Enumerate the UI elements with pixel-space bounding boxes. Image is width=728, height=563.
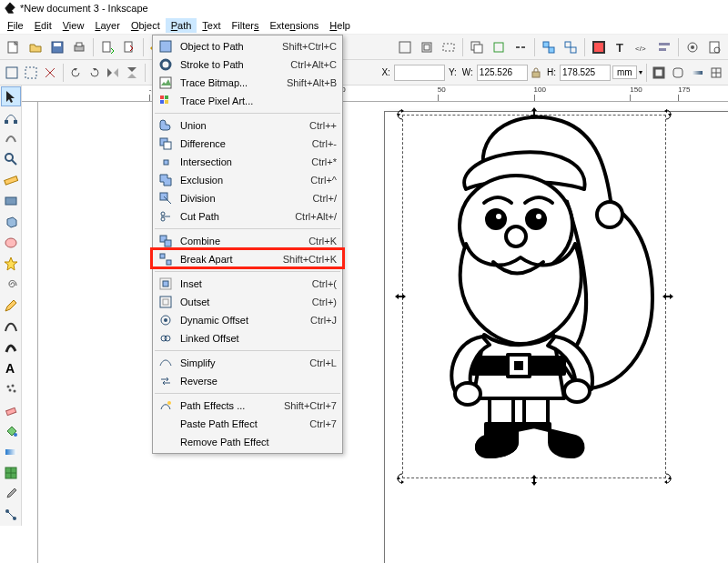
menu-item-trace-pixel-art[interactable]: Trace Pixel Art... xyxy=(153,92,342,110)
xml-icon[interactable]: </> xyxy=(632,37,652,57)
menu-text[interactable]: Text xyxy=(197,18,226,33)
tool-ellipse[interactable] xyxy=(1,233,21,253)
tool-dropper[interactable] xyxy=(1,484,21,504)
tool-tweak[interactable] xyxy=(1,128,21,148)
menu-object[interactable]: Object xyxy=(126,18,166,33)
menu-item-exclusion[interactable]: ExclusionCtrl+^ xyxy=(153,171,342,189)
affect-corners-icon[interactable] xyxy=(669,63,686,83)
menu-path[interactable]: Path xyxy=(166,18,197,33)
deselect-icon[interactable] xyxy=(42,63,59,83)
ungroup-icon[interactable] xyxy=(561,37,581,57)
tool-text[interactable]: A xyxy=(1,358,21,378)
menu-item-intersection[interactable]: IntersectionCtrl+* xyxy=(153,153,342,171)
select-all-layers-icon[interactable] xyxy=(4,63,21,83)
handle-scale-e[interactable] xyxy=(662,291,673,302)
open-icon[interactable] xyxy=(25,37,46,57)
tool-pencil[interactable] xyxy=(1,296,21,316)
tool-gradient[interactable] xyxy=(1,442,21,462)
flip-h-icon[interactable] xyxy=(105,63,122,83)
w-input[interactable] xyxy=(477,65,528,81)
menu-item-paste-path-effect[interactable]: Paste Path EffectCtrl+7 xyxy=(153,415,342,433)
zoom-selection-icon[interactable] xyxy=(439,37,459,57)
tool-3dbox[interactable] xyxy=(1,212,21,232)
menu-item-difference[interactable]: DifferenceCtrl+- xyxy=(153,135,342,153)
handle-rotate-ne[interactable] xyxy=(661,109,672,120)
menu-item-combine[interactable]: CombineCtrl+K xyxy=(153,232,342,250)
tool-connector[interactable] xyxy=(1,505,21,525)
print-icon[interactable] xyxy=(69,37,89,57)
align-dialog-icon[interactable] xyxy=(654,37,674,57)
x-input[interactable] xyxy=(394,65,445,81)
units-label[interactable]: mm xyxy=(612,65,637,79)
h-input[interactable] xyxy=(560,65,611,81)
handle-rotate-nw[interactable] xyxy=(397,109,408,120)
tool-eraser[interactable] xyxy=(1,400,21,420)
rotate-ccw-icon[interactable] xyxy=(66,63,84,83)
tool-spiral[interactable] xyxy=(1,275,21,295)
clone-icon[interactable] xyxy=(489,37,509,57)
tool-node[interactable] xyxy=(1,107,21,127)
text-dialog-icon[interactable]: T xyxy=(611,37,631,57)
menu-item-stroke-to-path[interactable]: Stroke to PathCtrl+Alt+C xyxy=(153,55,342,74)
menu-view[interactable]: View xyxy=(57,18,90,33)
affect-gradient-icon[interactable] xyxy=(688,63,705,83)
menu-edit[interactable]: Edit xyxy=(29,18,57,33)
menu-item-inset[interactable]: InsetCtrl+( xyxy=(153,275,342,293)
prefs-icon[interactable] xyxy=(682,37,703,57)
tool-spray[interactable] xyxy=(1,379,21,399)
affect-stroke-icon[interactable] xyxy=(651,63,668,83)
export-icon[interactable] xyxy=(119,37,139,57)
duplicate-icon[interactable] xyxy=(467,37,487,57)
menu-item-path-effects[interactable]: Path Effects ...Shift+Ctrl+7 xyxy=(153,397,342,415)
doc-props-icon[interactable] xyxy=(704,37,724,57)
menu-layer[interactable]: Layer xyxy=(89,18,126,33)
tool-rect[interactable] xyxy=(1,191,21,211)
canvas[interactable] xyxy=(38,102,728,563)
fill-stroke-icon[interactable] xyxy=(589,37,609,57)
menu-file[interactable]: File xyxy=(2,18,29,33)
tool-calligraphy[interactable] xyxy=(1,337,21,357)
menu-item-union[interactable]: UnionCtrl++ xyxy=(153,116,342,135)
menu-item-object-to-path[interactable]: Object to PathShift+Ctrl+C xyxy=(153,37,342,55)
menu-item-break-apart[interactable]: Break ApartShift+Ctrl+K xyxy=(153,250,342,268)
tool-zoom[interactable] xyxy=(1,149,21,169)
tool-bezier[interactable] xyxy=(1,317,21,337)
affect-pattern-icon[interactable] xyxy=(707,63,724,83)
tool-measure[interactable] xyxy=(1,170,21,190)
new-icon[interactable] xyxy=(4,37,24,57)
menu-item-reverse[interactable]: Reverse xyxy=(153,372,342,390)
handle-scale-s[interactable] xyxy=(529,475,540,486)
unlink-clone-icon[interactable] xyxy=(511,37,531,57)
svg-rect-111 xyxy=(164,142,171,149)
flip-v-icon[interactable] xyxy=(124,63,141,83)
select-all-icon[interactable] xyxy=(23,63,40,83)
menu-item-simplify[interactable]: SimplifyCtrl+L xyxy=(153,354,342,372)
handle-rotate-se[interactable] xyxy=(661,473,672,484)
menu-filters[interactable]: Filters xyxy=(227,18,265,33)
menu-item-outset[interactable]: OutsetCtrl+) xyxy=(153,293,342,311)
handle-scale-w[interactable] xyxy=(395,291,406,302)
tool-selector[interactable] xyxy=(1,86,21,106)
menu-help[interactable]: Help xyxy=(324,18,356,33)
save-icon[interactable] xyxy=(47,37,67,57)
tool-star[interactable] xyxy=(1,254,21,274)
svg-marker-0 xyxy=(5,3,15,13)
import-icon[interactable] xyxy=(97,37,117,57)
zoom-page-icon[interactable] xyxy=(395,37,415,57)
menu-extensions[interactable]: Extensions xyxy=(265,18,325,33)
menu-item-linked-offset[interactable]: Linked Offset xyxy=(153,329,342,347)
group-icon[interactable] xyxy=(539,37,559,57)
tool-mesh[interactable] xyxy=(1,463,21,483)
menu-item-remove-path-effect[interactable]: Remove Path Effect xyxy=(153,433,342,451)
lock-aspect-icon[interactable] xyxy=(530,65,543,81)
rotate-cw-icon[interactable] xyxy=(86,63,103,83)
ruler-horizontal: -100-50050100150175 xyxy=(22,85,728,102)
menu-item-cut-path[interactable]: Cut PathCtrl+Alt+/ xyxy=(153,207,342,226)
zoom-drawing-icon[interactable] xyxy=(417,37,437,57)
handle-rotate-sw[interactable] xyxy=(397,473,408,484)
handle-scale-n[interactable] xyxy=(529,107,540,118)
tool-bucket[interactable] xyxy=(1,421,21,441)
menu-item-dynamic-offset[interactable]: Dynamic OffsetCtrl+J xyxy=(153,311,342,329)
menu-item-division[interactable]: DivisionCtrl+/ xyxy=(153,189,342,207)
menu-item-trace-bitmap[interactable]: Trace Bitmap...Shift+Alt+B xyxy=(153,74,342,92)
